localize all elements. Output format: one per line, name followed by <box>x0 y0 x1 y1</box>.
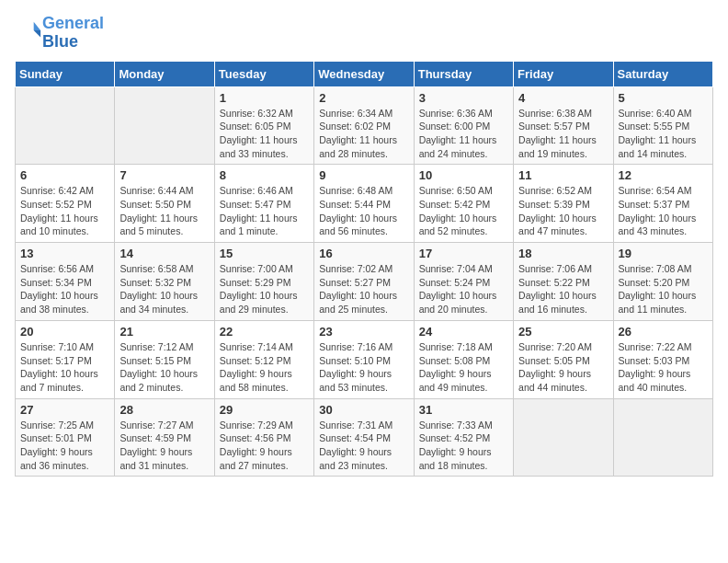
day-info: Sunrise: 7:27 AM Sunset: 4:59 PM Dayligh… <box>119 419 209 473</box>
day-info: Sunrise: 7:20 AM Sunset: 5:05 PM Dayligh… <box>518 340 608 395</box>
header-friday: Friday <box>514 61 613 86</box>
day-number: 5 <box>619 91 708 105</box>
day-number: 23 <box>319 325 408 339</box>
day-info: Sunrise: 7:29 AM Sunset: 4:56 PM Dayligh… <box>220 419 309 473</box>
calendar-cell: 21Sunrise: 7:12 AM Sunset: 5:15 PM Dayli… <box>115 320 214 398</box>
calendar-cell: 6Sunrise: 6:42 AM Sunset: 5:52 PM Daylig… <box>16 165 115 243</box>
day-number: 29 <box>220 403 309 417</box>
calendar-cell: 11Sunrise: 6:52 AM Sunset: 5:39 PM Dayli… <box>514 165 613 243</box>
day-info: Sunrise: 7:02 AM Sunset: 5:27 PM Dayligh… <box>319 262 408 316</box>
day-number: 16 <box>319 247 408 260</box>
day-number: 24 <box>419 325 508 339</box>
calendar-week-4: 20Sunrise: 7:10 AM Sunset: 5:17 PM Dayli… <box>16 320 713 398</box>
calendar-cell: 25Sunrise: 7:20 AM Sunset: 5:05 PM Dayli… <box>514 320 613 398</box>
day-info: Sunrise: 7:25 AM Sunset: 5:01 PM Dayligh… <box>20 419 109 473</box>
calendar-cell: 18Sunrise: 7:06 AM Sunset: 5:22 PM Dayli… <box>514 243 613 321</box>
day-number: 28 <box>119 403 209 417</box>
logo: General Blue <box>15 15 104 52</box>
calendar-cell: 9Sunrise: 6:48 AM Sunset: 5:44 PM Daylig… <box>314 165 414 243</box>
day-info: Sunrise: 7:16 AM Sunset: 5:10 PM Dayligh… <box>319 340 408 395</box>
calendar-cell: 8Sunrise: 6:46 AM Sunset: 5:47 PM Daylig… <box>214 165 313 243</box>
day-info: Sunrise: 7:08 AM Sunset: 5:20 PM Dayligh… <box>619 262 708 316</box>
day-number: 21 <box>119 325 209 339</box>
calendar-cell: 10Sunrise: 6:50 AM Sunset: 5:42 PM Dayli… <box>414 165 513 243</box>
day-info: Sunrise: 7:00 AM Sunset: 5:29 PM Dayligh… <box>220 262 309 316</box>
day-number: 15 <box>220 247 309 260</box>
calendar-cell: 16Sunrise: 7:02 AM Sunset: 5:27 PM Dayli… <box>314 243 414 321</box>
day-info: Sunrise: 6:54 AM Sunset: 5:37 PM Dayligh… <box>619 184 708 238</box>
calendar-cell: 27Sunrise: 7:25 AM Sunset: 5:01 PM Dayli… <box>16 398 115 477</box>
calendar-week-1: 1Sunrise: 6:32 AM Sunset: 6:05 PM Daylig… <box>16 86 713 165</box>
day-info: Sunrise: 6:58 AM Sunset: 5:32 PM Dayligh… <box>119 262 209 316</box>
calendar-cell: 28Sunrise: 7:27 AM Sunset: 4:59 PM Dayli… <box>115 398 214 477</box>
day-number: 30 <box>319 403 408 417</box>
day-info: Sunrise: 6:34 AM Sunset: 6:02 PM Dayligh… <box>319 107 408 161</box>
day-info: Sunrise: 6:56 AM Sunset: 5:34 PM Dayligh… <box>20 262 109 316</box>
day-number: 10 <box>419 168 508 182</box>
calendar-cell: 4Sunrise: 6:38 AM Sunset: 5:57 PM Daylig… <box>514 86 613 165</box>
calendar-cell: 15Sunrise: 7:00 AM Sunset: 5:29 PM Dayli… <box>214 243 313 321</box>
day-number: 4 <box>518 91 608 105</box>
day-number: 17 <box>419 247 508 260</box>
day-info: Sunrise: 6:38 AM Sunset: 5:57 PM Dayligh… <box>518 107 608 161</box>
calendar-table: SundayMondayTuesdayWednesdayThursdayFrid… <box>15 61 713 477</box>
day-info: Sunrise: 7:04 AM Sunset: 5:24 PM Dayligh… <box>419 262 508 316</box>
calendar-cell: 26Sunrise: 7:22 AM Sunset: 5:03 PM Dayli… <box>613 320 712 398</box>
day-number: 27 <box>20 403 109 417</box>
day-info: Sunrise: 6:46 AM Sunset: 5:47 PM Dayligh… <box>220 184 309 238</box>
day-number: 9 <box>319 168 408 182</box>
calendar-cell: 14Sunrise: 6:58 AM Sunset: 5:32 PM Dayli… <box>115 243 214 321</box>
day-number: 20 <box>20 325 109 339</box>
day-info: Sunrise: 7:14 AM Sunset: 5:12 PM Dayligh… <box>220 340 309 395</box>
day-number: 13 <box>20 247 109 260</box>
calendar-cell: 2Sunrise: 6:34 AM Sunset: 6:02 PM Daylig… <box>314 86 414 165</box>
day-number: 8 <box>220 168 309 182</box>
day-number: 3 <box>419 91 508 105</box>
day-info: Sunrise: 7:10 AM Sunset: 5:17 PM Dayligh… <box>20 340 109 395</box>
day-info: Sunrise: 7:18 AM Sunset: 5:08 PM Dayligh… <box>419 340 508 395</box>
header-saturday: Saturday <box>613 61 712 86</box>
calendar-cell: 13Sunrise: 6:56 AM Sunset: 5:34 PM Dayli… <box>16 243 115 321</box>
calendar-cell <box>115 86 214 165</box>
header-sunday: Sunday <box>16 61 115 86</box>
svg-marker-0 <box>34 22 40 30</box>
calendar-cell: 19Sunrise: 7:08 AM Sunset: 5:20 PM Dayli… <box>613 243 712 321</box>
logo-icon <box>17 18 42 44</box>
page-header: General Blue <box>15 15 713 52</box>
day-info: Sunrise: 7:12 AM Sunset: 5:15 PM Dayligh… <box>119 340 209 395</box>
day-number: 18 <box>518 247 608 260</box>
day-info: Sunrise: 7:22 AM Sunset: 5:03 PM Dayligh… <box>619 340 708 395</box>
day-info: Sunrise: 7:33 AM Sunset: 4:52 PM Dayligh… <box>419 419 508 473</box>
day-info: Sunrise: 6:40 AM Sunset: 5:55 PM Dayligh… <box>619 107 708 161</box>
day-number: 1 <box>220 91 309 105</box>
calendar-cell: 12Sunrise: 6:54 AM Sunset: 5:37 PM Dayli… <box>613 165 712 243</box>
day-info: Sunrise: 7:31 AM Sunset: 4:54 PM Dayligh… <box>319 419 408 473</box>
header-monday: Monday <box>115 61 214 86</box>
day-info: Sunrise: 6:50 AM Sunset: 5:42 PM Dayligh… <box>419 184 508 238</box>
calendar-week-2: 6Sunrise: 6:42 AM Sunset: 5:52 PM Daylig… <box>16 165 713 243</box>
calendar-cell: 1Sunrise: 6:32 AM Sunset: 6:05 PM Daylig… <box>214 86 313 165</box>
day-number: 22 <box>220 325 309 339</box>
day-number: 31 <box>419 403 508 417</box>
day-number: 19 <box>619 247 708 260</box>
day-number: 2 <box>319 91 408 105</box>
calendar-cell: 24Sunrise: 7:18 AM Sunset: 5:08 PM Dayli… <box>414 320 513 398</box>
day-number: 14 <box>119 247 209 260</box>
calendar-cell: 22Sunrise: 7:14 AM Sunset: 5:12 PM Dayli… <box>214 320 313 398</box>
day-number: 7 <box>119 168 209 182</box>
day-number: 6 <box>20 168 109 182</box>
calendar-cell <box>613 398 712 477</box>
calendar-cell: 7Sunrise: 6:44 AM Sunset: 5:50 PM Daylig… <box>115 165 214 243</box>
day-info: Sunrise: 6:32 AM Sunset: 6:05 PM Dayligh… <box>220 107 309 161</box>
calendar-cell <box>514 398 613 477</box>
calendar-cell: 30Sunrise: 7:31 AM Sunset: 4:54 PM Dayli… <box>314 398 414 477</box>
day-number: 11 <box>518 168 608 182</box>
day-number: 26 <box>619 325 708 339</box>
header-wednesday: Wednesday <box>314 61 414 86</box>
day-number: 12 <box>619 168 708 182</box>
header-thursday: Thursday <box>414 61 513 86</box>
day-number: 25 <box>518 325 608 339</box>
day-info: Sunrise: 6:44 AM Sunset: 5:50 PM Dayligh… <box>119 184 209 238</box>
svg-marker-1 <box>34 30 40 37</box>
header-tuesday: Tuesday <box>214 61 313 86</box>
